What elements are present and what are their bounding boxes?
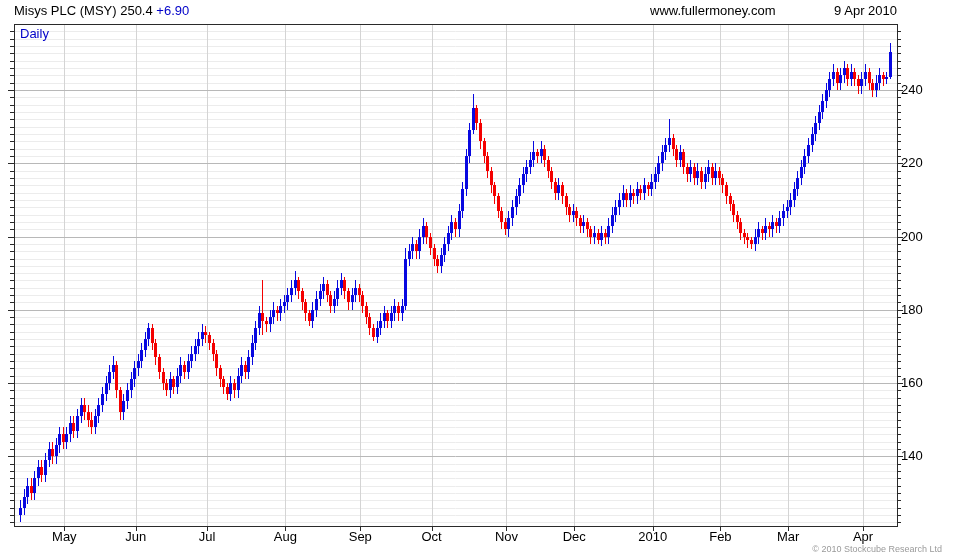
price-change: +6.90	[156, 3, 189, 18]
x-axis-label: Jul	[199, 529, 216, 544]
y-axis-label: 240	[901, 82, 923, 97]
site-url[interactable]: www.fullermoney.com	[650, 3, 775, 18]
x-axis-label: May	[52, 529, 77, 544]
copyright-notice: © 2010 Stockcube Research Ltd	[812, 544, 942, 554]
x-axis-label: Nov	[495, 529, 518, 544]
y-axis-label: 160	[901, 375, 923, 390]
chart-window: { "header": { "title": "Misys PLC (MSY) …	[0, 0, 980, 560]
y-axis-label: 180	[901, 302, 923, 317]
x-axis-label: Sep	[349, 529, 372, 544]
x-axis-label: 2010	[638, 529, 667, 544]
instrument-title: Misys PLC (MSY) 250.4	[14, 3, 153, 18]
header-right: www.fullermoney.com9 Apr 2010	[650, 3, 897, 18]
x-axis-label: Aug	[274, 529, 297, 544]
chart-date: 9 Apr 2010	[834, 3, 897, 18]
x-axis-label: Feb	[709, 529, 731, 544]
y-axis-label: 200	[901, 229, 923, 244]
x-axis-label: Dec	[563, 529, 586, 544]
timeframe-label: Daily	[20, 26, 49, 41]
x-axis-label: Jun	[125, 529, 146, 544]
y-axis-label: 140	[901, 448, 923, 463]
y-axis-label: 220	[901, 155, 923, 170]
header-title: Misys PLC (MSY) 250.4 +6.90	[14, 3, 189, 18]
price-chart-canvas	[0, 0, 980, 560]
x-axis-label: Oct	[421, 529, 441, 544]
x-axis-label: Apr	[853, 529, 873, 544]
x-axis-label: Mar	[777, 529, 799, 544]
